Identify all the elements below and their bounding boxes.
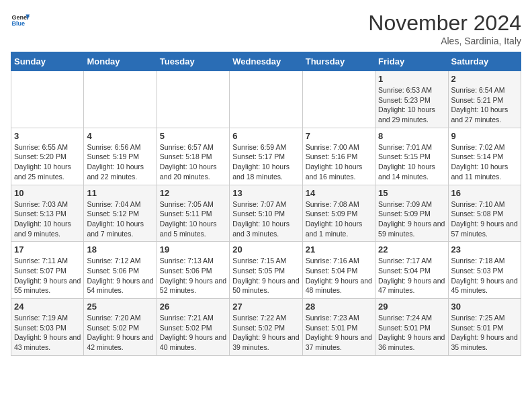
day-info: Sunrise: 7:24 AM Sunset: 5:01 PM Dayligh… [378, 313, 445, 353]
calendar-cell: 11Sunrise: 7:04 AM Sunset: 5:12 PM Dayli… [84, 185, 157, 242]
day-header-sunday: Sunday [11, 52, 84, 71]
day-header-friday: Friday [375, 52, 448, 71]
day-info: Sunrise: 6:55 AM Sunset: 5:20 PM Dayligh… [14, 142, 81, 182]
calendar-cell [157, 71, 229, 128]
day-number: 2 [451, 74, 518, 84]
day-info: Sunrise: 7:05 AM Sunset: 5:11 PM Dayligh… [160, 199, 226, 239]
calendar-week-row: 24Sunrise: 7:19 AM Sunset: 5:03 PM Dayli… [11, 299, 521, 356]
day-number: 17 [14, 244, 81, 255]
day-info: Sunrise: 7:15 AM Sunset: 5:05 PM Dayligh… [232, 256, 299, 295]
day-info: Sunrise: 7:21 AM Sunset: 5:02 PM Dayligh… [160, 313, 226, 353]
day-number: 7 [306, 131, 372, 141]
calendar-cell [84, 71, 157, 128]
day-number: 23 [451, 244, 518, 255]
calendar-cell: 29Sunrise: 7:24 AM Sunset: 5:01 PM Dayli… [375, 299, 448, 356]
day-info: Sunrise: 7:20 AM Sunset: 5:02 PM Dayligh… [87, 313, 153, 353]
day-header-thursday: Thursday [302, 52, 375, 71]
calendar-table: SundayMondayTuesdayWednesdayThursdayFrid… [11, 52, 521, 356]
calendar-cell: 30Sunrise: 7:25 AM Sunset: 5:01 PM Dayli… [448, 299, 521, 356]
day-info: Sunrise: 7:19 AM Sunset: 5:03 PM Dayligh… [14, 313, 81, 353]
calendar-cell: 17Sunrise: 7:11 AM Sunset: 5:07 PM Dayli… [11, 242, 84, 299]
day-info: Sunrise: 7:16 AM Sunset: 5:04 PM Dayligh… [306, 256, 372, 295]
calendar-cell: 26Sunrise: 7:21 AM Sunset: 5:02 PM Dayli… [157, 299, 229, 356]
day-number: 28 [306, 302, 372, 312]
day-header-saturday: Saturday [448, 52, 521, 71]
day-info: Sunrise: 6:59 AM Sunset: 5:17 PM Dayligh… [232, 142, 299, 182]
calendar-cell: 19Sunrise: 7:13 AM Sunset: 5:06 PM Dayli… [157, 242, 229, 299]
calendar-cell: 15Sunrise: 7:09 AM Sunset: 5:09 PM Dayli… [375, 185, 448, 242]
calendar-cell: 8Sunrise: 7:01 AM Sunset: 5:15 PM Daylig… [375, 128, 448, 185]
day-info: Sunrise: 7:22 AM Sunset: 5:02 PM Dayligh… [232, 313, 299, 353]
title-area: November 2024 Ales, Sardinia, Italy [368, 11, 521, 46]
day-header-tuesday: Tuesday [157, 52, 229, 71]
day-number: 11 [87, 188, 153, 198]
day-number: 29 [378, 302, 445, 312]
day-info: Sunrise: 6:56 AM Sunset: 5:19 PM Dayligh… [87, 142, 153, 182]
month-year-title: November 2024 [368, 11, 521, 36]
day-number: 15 [378, 188, 445, 198]
calendar-cell [11, 71, 84, 128]
day-header-monday: Monday [84, 52, 157, 71]
day-number: 5 [160, 131, 226, 141]
calendar-cell: 18Sunrise: 7:12 AM Sunset: 5:06 PM Dayli… [84, 242, 157, 299]
day-number: 12 [160, 188, 226, 198]
day-info: Sunrise: 7:07 AM Sunset: 5:10 PM Dayligh… [232, 199, 299, 239]
calendar-cell: 25Sunrise: 7:20 AM Sunset: 5:02 PM Dayli… [84, 299, 157, 356]
header: General Blue November 2024 Ales, Sardini… [11, 11, 521, 46]
day-number: 14 [306, 188, 372, 198]
day-info: Sunrise: 7:02 AM Sunset: 5:14 PM Dayligh… [451, 142, 518, 182]
day-info: Sunrise: 7:01 AM Sunset: 5:15 PM Dayligh… [378, 142, 445, 182]
day-info: Sunrise: 7:25 AM Sunset: 5:01 PM Dayligh… [451, 313, 518, 353]
day-number: 16 [451, 188, 518, 198]
calendar-cell: 14Sunrise: 7:08 AM Sunset: 5:09 PM Dayli… [302, 185, 375, 242]
day-info: Sunrise: 7:00 AM Sunset: 5:16 PM Dayligh… [306, 142, 372, 182]
calendar-cell: 4Sunrise: 6:56 AM Sunset: 5:19 PM Daylig… [84, 128, 157, 185]
logo: General Blue [11, 11, 30, 30]
calendar-cell: 3Sunrise: 6:55 AM Sunset: 5:20 PM Daylig… [11, 128, 84, 185]
day-info: Sunrise: 6:54 AM Sunset: 5:21 PM Dayligh… [451, 85, 518, 125]
day-number: 20 [232, 244, 299, 255]
day-number: 25 [87, 302, 153, 312]
day-info: Sunrise: 7:09 AM Sunset: 5:09 PM Dayligh… [378, 199, 445, 239]
day-info: Sunrise: 7:23 AM Sunset: 5:01 PM Dayligh… [306, 313, 372, 353]
calendar-cell: 12Sunrise: 7:05 AM Sunset: 5:11 PM Dayli… [157, 185, 229, 242]
day-info: Sunrise: 7:10 AM Sunset: 5:08 PM Dayligh… [451, 199, 518, 239]
day-info: Sunrise: 7:03 AM Sunset: 5:13 PM Dayligh… [14, 199, 81, 239]
day-info: Sunrise: 7:12 AM Sunset: 5:06 PM Dayligh… [87, 256, 153, 295]
calendar-cell: 6Sunrise: 6:59 AM Sunset: 5:17 PM Daylig… [230, 128, 302, 185]
calendar-cell: 5Sunrise: 6:57 AM Sunset: 5:18 PM Daylig… [157, 128, 229, 185]
day-info: Sunrise: 7:17 AM Sunset: 5:04 PM Dayligh… [378, 256, 445, 295]
calendar-cell: 27Sunrise: 7:22 AM Sunset: 5:02 PM Dayli… [230, 299, 302, 356]
day-info: Sunrise: 6:53 AM Sunset: 5:23 PM Dayligh… [378, 85, 445, 125]
calendar-cell: 16Sunrise: 7:10 AM Sunset: 5:08 PM Dayli… [448, 185, 521, 242]
day-number: 26 [160, 302, 226, 312]
calendar-cell: 23Sunrise: 7:18 AM Sunset: 5:03 PM Dayli… [448, 242, 521, 299]
calendar-cell: 22Sunrise: 7:17 AM Sunset: 5:04 PM Dayli… [375, 242, 448, 299]
calendar-cell: 13Sunrise: 7:07 AM Sunset: 5:10 PM Dayli… [230, 185, 302, 242]
location-subtitle: Ales, Sardinia, Italy [368, 36, 521, 46]
day-number: 9 [451, 131, 518, 141]
day-number: 24 [14, 302, 81, 312]
day-info: Sunrise: 6:57 AM Sunset: 5:18 PM Dayligh… [160, 142, 226, 182]
calendar-cell: 1Sunrise: 6:53 AM Sunset: 5:23 PM Daylig… [375, 71, 448, 128]
calendar-cell: 10Sunrise: 7:03 AM Sunset: 5:13 PM Dayli… [11, 185, 84, 242]
day-info: Sunrise: 7:11 AM Sunset: 5:07 PM Dayligh… [14, 256, 81, 295]
day-number: 3 [14, 131, 81, 141]
calendar-cell: 7Sunrise: 7:00 AM Sunset: 5:16 PM Daylig… [302, 128, 375, 185]
day-number: 22 [378, 244, 445, 255]
day-number: 10 [14, 188, 81, 198]
day-number: 1 [378, 74, 445, 84]
calendar-week-row: 10Sunrise: 7:03 AM Sunset: 5:13 PM Dayli… [11, 185, 521, 242]
calendar-week-row: 1Sunrise: 6:53 AM Sunset: 5:23 PM Daylig… [11, 71, 521, 128]
day-info: Sunrise: 7:13 AM Sunset: 5:06 PM Dayligh… [160, 256, 226, 295]
day-number: 27 [232, 302, 299, 312]
logo-icon: General Blue [11, 11, 30, 30]
calendar-week-row: 17Sunrise: 7:11 AM Sunset: 5:07 PM Dayli… [11, 242, 521, 299]
day-number: 8 [378, 131, 445, 141]
day-number: 19 [160, 244, 226, 255]
day-number: 21 [306, 244, 372, 255]
day-number: 4 [87, 131, 153, 141]
calendar-cell [302, 71, 375, 128]
calendar-cell: 21Sunrise: 7:16 AM Sunset: 5:04 PM Dayli… [302, 242, 375, 299]
day-header-wednesday: Wednesday [230, 52, 302, 71]
